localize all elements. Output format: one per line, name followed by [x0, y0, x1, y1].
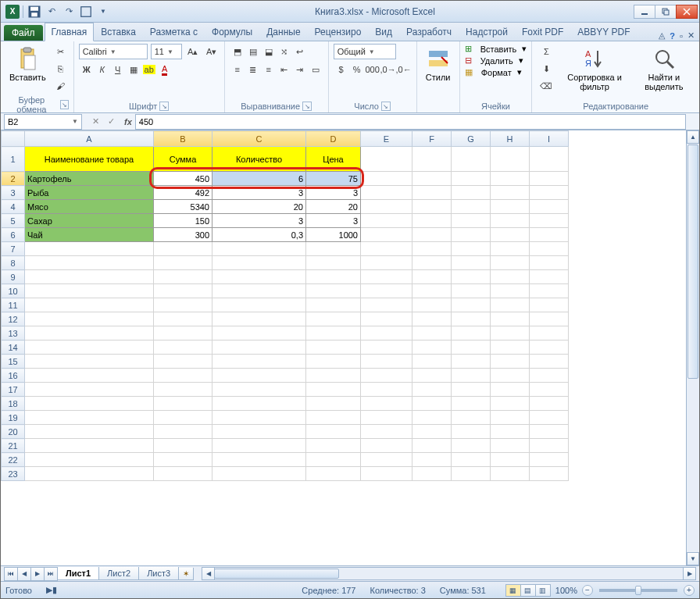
zoom-out-button[interactable]: − — [582, 585, 593, 596]
font-name-combo[interactable]: Calibri▼ — [79, 44, 148, 59]
cell[interactable] — [412, 312, 452, 326]
row-header[interactable]: 18 — [2, 397, 25, 411]
sheet-nav-first-icon[interactable]: ⏮ — [4, 567, 18, 581]
cell[interactable] — [361, 467, 412, 481]
italic-button[interactable]: К — [95, 62, 110, 77]
cell[interactable]: 6 — [212, 172, 306, 186]
cell[interactable] — [361, 369, 412, 383]
orientation-icon[interactable]: ⤭ — [277, 44, 292, 59]
cell[interactable] — [25, 256, 154, 270]
macro-record-icon[interactable]: ▶▮ — [46, 585, 57, 595]
tab-разработч[interactable]: Разработч — [399, 23, 459, 41]
cell[interactable] — [212, 326, 306, 341]
cell[interactable]: 450 — [154, 172, 212, 186]
increase-decimal-icon[interactable]: ,0→ — [380, 62, 396, 77]
cell[interactable]: 492 — [154, 186, 212, 200]
cell[interactable] — [154, 312, 212, 326]
fx-icon[interactable]: fx — [121, 117, 135, 127]
cell[interactable] — [361, 242, 412, 256]
cell[interactable] — [25, 467, 154, 481]
cell[interactable] — [412, 439, 452, 453]
tab-формулы[interactable]: Формулы — [205, 23, 259, 41]
align-right-icon[interactable]: ≡ — [261, 62, 277, 77]
cell[interactable] — [212, 284, 306, 298]
clear-icon[interactable]: ⌫ — [537, 78, 555, 94]
row-header[interactable]: 8 — [2, 256, 25, 270]
cell[interactable] — [530, 467, 569, 481]
cell[interactable] — [491, 355, 530, 369]
file-tab[interactable]: Файл — [4, 25, 43, 41]
save-icon[interactable] — [27, 4, 42, 20]
view-page-layout-icon[interactable]: ▤ — [520, 584, 536, 597]
cell[interactable] — [25, 298, 154, 312]
number-launcher-icon[interactable]: ↘ — [381, 102, 391, 111]
tab-главная[interactable]: Главная — [45, 23, 95, 41]
accept-formula-icon[interactable]: ✓ — [104, 115, 118, 129]
cell[interactable] — [491, 256, 530, 270]
cell[interactable] — [412, 228, 452, 242]
align-left-icon[interactable]: ≡ — [230, 62, 245, 77]
cell[interactable] — [212, 383, 306, 397]
cell[interactable] — [154, 355, 212, 369]
undo-icon[interactable]: ↶ — [44, 4, 59, 20]
cell[interactable] — [154, 326, 212, 341]
row-header[interactable]: 21 — [2, 439, 25, 453]
cell[interactable] — [412, 214, 452, 228]
cell[interactable] — [212, 425, 306, 439]
zoom-in-button[interactable]: + — [684, 585, 695, 596]
cell[interactable] — [154, 439, 212, 453]
cell[interactable] — [361, 439, 412, 453]
spreadsheet-grid[interactable]: ABCDEFGHI1Наименование товараСуммаКоличе… — [1, 130, 569, 481]
cell[interactable] — [491, 186, 530, 200]
cell[interactable] — [452, 172, 491, 186]
cell[interactable] — [530, 270, 569, 284]
cell[interactable] — [491, 383, 530, 397]
cell[interactable] — [154, 411, 212, 425]
cell[interactable] — [361, 425, 412, 439]
cell[interactable] — [530, 453, 569, 467]
cell[interactable] — [361, 411, 412, 425]
col-header-C[interactable]: C — [212, 131, 306, 147]
cell[interactable] — [306, 355, 361, 369]
view-normal-icon[interactable]: ▦ — [505, 584, 521, 597]
cell[interactable] — [154, 256, 212, 270]
row-header[interactable]: 23 — [2, 467, 25, 481]
cell[interactable] — [212, 369, 306, 383]
cell[interactable] — [530, 397, 569, 411]
wrap-text-icon[interactable]: ↩ — [292, 44, 308, 59]
cell[interactable] — [306, 425, 361, 439]
cell[interactable] — [491, 214, 530, 228]
cell[interactable]: 75 — [306, 172, 361, 186]
row-header[interactable]: 2 — [2, 172, 25, 186]
cell[interactable] — [361, 355, 412, 369]
cell[interactable] — [412, 186, 452, 200]
cell[interactable] — [361, 453, 412, 467]
scroll-up-icon[interactable]: ▲ — [687, 130, 699, 144]
tab-foxit pdf[interactable]: Foxit PDF — [515, 23, 570, 41]
cell[interactable] — [154, 284, 212, 298]
cell[interactable] — [530, 284, 569, 298]
vertical-scrollbar[interactable]: ▲ ▼ — [686, 130, 699, 565]
row-header[interactable]: 15 — [2, 355, 25, 369]
doc-restore-icon[interactable]: ▫ — [680, 31, 683, 41]
cell[interactable] — [530, 242, 569, 256]
cell[interactable] — [452, 186, 491, 200]
fill-color-icon[interactable]: ab — [141, 62, 157, 77]
cell[interactable] — [452, 298, 491, 312]
format-painter-icon[interactable]: 🖌 — [53, 78, 69, 94]
align-bottom-icon[interactable]: ⬓ — [261, 44, 277, 59]
cell[interactable] — [530, 147, 569, 172]
cell[interactable] — [452, 256, 491, 270]
cell[interactable] — [154, 298, 212, 312]
cell[interactable] — [530, 312, 569, 326]
cell[interactable]: 3 — [212, 186, 306, 200]
cell[interactable] — [25, 411, 154, 425]
cell[interactable] — [412, 172, 452, 186]
sheet-tab[interactable]: Лист3 — [138, 567, 179, 580]
tab-разметка с[interactable]: Разметка с — [143, 23, 205, 41]
cell[interactable] — [530, 383, 569, 397]
cell[interactable] — [491, 397, 530, 411]
border-icon[interactable]: ▦ — [126, 62, 141, 77]
cell[interactable]: Количество — [212, 147, 306, 172]
cell[interactable] — [412, 341, 452, 355]
